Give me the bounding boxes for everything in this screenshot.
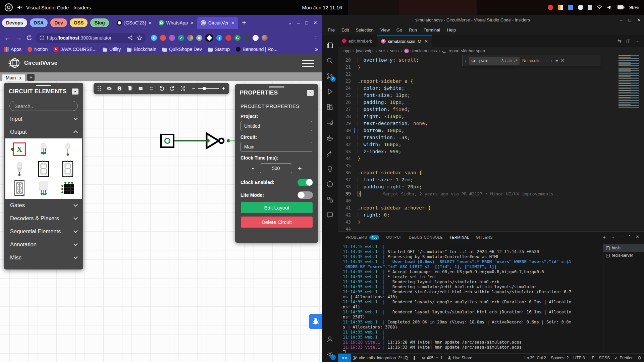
comments-icon[interactable] bbox=[322, 207, 338, 223]
category-gates[interactable]: Gates bbox=[4, 199, 83, 212]
screenshot-icon[interactable] bbox=[558, 5, 563, 10]
element-seven-segment-2-icon[interactable] bbox=[59, 161, 77, 177]
circuitverse-logo[interactable]: CircuitVerse bbox=[8, 56, 57, 70]
panel-tab-problems[interactable]: PROBLEMS406 bbox=[343, 233, 382, 242]
account-icon[interactable] bbox=[322, 331, 338, 347]
browser-menu-icon[interactable]: ⋮ bbox=[313, 35, 319, 41]
breadcrumb--report-sidebar-span[interactable]: ᓚ.report-sidebar span bbox=[442, 49, 485, 54]
breadcrumb-javascript[interactable]: javascript bbox=[356, 49, 374, 53]
undo-icon[interactable] bbox=[159, 85, 164, 92]
find-in-selection-icon[interactable]: ≡ bbox=[555, 58, 558, 63]
live-share-item[interactable]: Live Share bbox=[445, 354, 475, 362]
panel-close-icon[interactable]: ✕ bbox=[636, 234, 639, 240]
extension-icon-4[interactable] bbox=[187, 35, 193, 41]
extension-icon-1[interactable] bbox=[160, 35, 166, 41]
breadcrumb-src[interactable]: src bbox=[379, 49, 385, 53]
element-rgb-led-icon[interactable] bbox=[35, 141, 53, 157]
extension-icon-3[interactable]: ✓ bbox=[178, 35, 184, 41]
zoom-out-button[interactable]: − bbox=[192, 85, 195, 92]
element-search-input[interactable] bbox=[9, 101, 78, 111]
new-tab-button[interactable]: + bbox=[242, 19, 246, 27]
category-misc[interactable]: Misc bbox=[4, 251, 83, 264]
encoding-item[interactable]: UTF-8 bbox=[571, 356, 587, 360]
element-led-2-icon[interactable] bbox=[10, 161, 29, 177]
terminal-entry-redis-server[interactable]: redis-server bbox=[603, 252, 644, 259]
back-button[interactable]: ← bbox=[3, 35, 11, 42]
find-prev-icon[interactable]: ↑ bbox=[546, 58, 548, 63]
circuit-tab-main[interactable]: Mainx bbox=[2, 74, 25, 81]
clock-enabled-toggle[interactable] bbox=[298, 179, 313, 186]
extension-icon-10[interactable] bbox=[244, 35, 250, 41]
menu-selection[interactable]: Selection bbox=[353, 26, 376, 34]
delete-icon[interactable] bbox=[127, 85, 133, 92]
menu-run[interactable]: Run bbox=[406, 26, 420, 34]
code-editor[interactable]: 20 overflow-y: scroll;21}2223.report-sid… bbox=[338, 55, 644, 231]
menu-go[interactable]: Go bbox=[393, 26, 405, 34]
maximize-icon[interactable]: □ bbox=[305, 20, 308, 25]
network-icon[interactable] bbox=[597, 5, 602, 10]
compare-changes-icon[interactable]: ⇆ bbox=[618, 38, 622, 44]
elements-panel-minimize-button[interactable]: - bbox=[72, 88, 78, 95]
bookmarks-overflow-icon[interactable]: » bbox=[315, 46, 318, 52]
notifications-bell-icon[interactable] bbox=[635, 356, 644, 360]
output-element[interactable] bbox=[160, 134, 174, 148]
find-close-icon[interactable]: ✕ bbox=[561, 58, 565, 63]
element-output-icon[interactable]: X bbox=[10, 141, 29, 157]
panel-tab-output[interactable]: OUTPUT bbox=[383, 233, 405, 242]
extension-icon-0[interactable]: F bbox=[151, 35, 157, 41]
panel-more-icon[interactable]: ⋯ bbox=[619, 234, 623, 240]
minimize-icon[interactable]: – bbox=[297, 20, 300, 25]
category-decoders-plexers[interactable]: Decoders & Plexers bbox=[4, 212, 83, 225]
bookmark-quikshopedev[interactable]: QuikShope Dev bbox=[162, 47, 202, 52]
element-sixteen-segment-icon[interactable] bbox=[10, 180, 29, 196]
gitlens-icon[interactable] bbox=[322, 161, 338, 176]
element-rgb-led-matrix-icon[interactable] bbox=[59, 180, 77, 196]
find-toggle-ab[interactable]: ab bbox=[507, 59, 512, 63]
fit-to-screen-icon[interactable] bbox=[149, 85, 154, 92]
chat-icon[interactable] bbox=[568, 5, 573, 10]
fullscreen-icon[interactable] bbox=[180, 85, 185, 92]
record-icon[interactable] bbox=[548, 5, 553, 10]
explorer-icon[interactable] bbox=[322, 38, 338, 53]
editor-tab-simulator-scss[interactable]: Ssimulator.scssM✕ bbox=[377, 35, 432, 47]
category-annotation[interactable]: Annotation bbox=[4, 238, 83, 251]
find-toggle-Aa[interactable]: Aa bbox=[501, 59, 506, 63]
extension-icon-9[interactable]: G bbox=[234, 35, 240, 41]
clipboard-icon[interactable] bbox=[588, 5, 592, 10]
new-terminal-icon[interactable]: ＋ bbox=[602, 234, 606, 240]
tab-close-icon[interactable]: ✕ bbox=[424, 39, 428, 44]
clock-increase-button[interactable]: + bbox=[298, 165, 302, 172]
reload-button[interactable] bbox=[26, 35, 32, 41]
remote-targets-icon[interactable] bbox=[322, 192, 338, 207]
activities-indicator-icon[interactable] bbox=[5, 3, 13, 11]
tab-group-dev[interactable]: Dev bbox=[50, 18, 67, 27]
breadcrumb-simulator-scss[interactable]: Ssimulator.scss bbox=[404, 49, 437, 53]
element-square-rgb-led-icon[interactable] bbox=[35, 180, 53, 196]
terminal-entry-bash[interactable]: bash bbox=[603, 244, 644, 252]
toolbar-drag-handle[interactable] bbox=[98, 86, 101, 91]
menu-help[interactable]: Help bbox=[444, 26, 459, 34]
bookmark-startup[interactable]: Startup bbox=[208, 47, 230, 52]
info-icon[interactable] bbox=[322, 176, 338, 192]
indentation-item[interactable]: Spaces: 2 bbox=[548, 356, 571, 360]
report-issue-button[interactable] bbox=[309, 314, 322, 329]
hamburger-menu-icon[interactable] bbox=[302, 60, 314, 67]
share-icon[interactable] bbox=[322, 145, 338, 161]
element-seven-segment-icon[interactable] bbox=[35, 161, 53, 177]
paw-icon[interactable] bbox=[578, 5, 583, 10]
bookmark-javacourse[interactable]: JAVA COURSE... bbox=[54, 47, 97, 52]
find-next-icon[interactable]: ↓ bbox=[551, 58, 553, 63]
tab-close-icon[interactable]: ✕ bbox=[231, 20, 235, 25]
clock-time-input[interactable]: 500 bbox=[260, 163, 292, 173]
browser-tab-circuitver[interactable]: CircuitVer✕ bbox=[197, 17, 238, 29]
menu-file[interactable]: File bbox=[325, 26, 338, 34]
redo-icon[interactable] bbox=[169, 85, 175, 92]
bookmark-apps[interactable]: Apps bbox=[4, 47, 21, 52]
panel-tab-terminal[interactable]: TERMINAL bbox=[447, 233, 472, 242]
terminal-output[interactable]: 11:14:15 web.1 | 11:14:35 web.1 | Starte… bbox=[338, 243, 603, 353]
panel-drag-handle[interactable] bbox=[269, 86, 284, 87]
menu-edit[interactable]: Edit bbox=[338, 26, 352, 34]
url-bar[interactable]: http://localhost:3000/simulator bbox=[36, 33, 146, 43]
circuit-canvas[interactable]: CIRCUIT ELEMENTS - InputOutput X bbox=[0, 81, 322, 362]
extension-icon-11[interactable]: ▪ bbox=[253, 35, 259, 41]
